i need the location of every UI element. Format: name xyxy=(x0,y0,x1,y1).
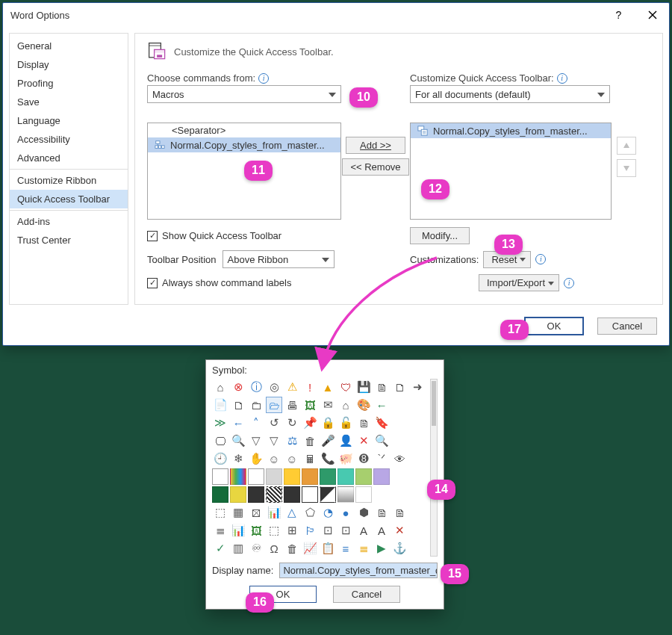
symbol-cell[interactable]: 🏳 xyxy=(302,522,318,539)
symbol-cell[interactable] xyxy=(230,486,246,503)
symbol-cell[interactable]: `ᐟ xyxy=(373,450,390,467)
symbol-cell[interactable]: 🐖 xyxy=(337,450,354,467)
symbol-cell[interactable] xyxy=(230,468,246,485)
symbol-cell[interactable]: ⊡ xyxy=(337,522,354,539)
symbol-cell[interactable]: △ xyxy=(284,504,300,521)
symbol-cell[interactable]: 💾 xyxy=(355,379,372,395)
symbol-cell[interactable]: ˄ xyxy=(248,415,264,431)
info-icon[interactable]: i xyxy=(258,73,269,84)
always-labels-checkbox[interactable] xyxy=(147,278,158,288)
choose-commands-dropdown[interactable]: Macros xyxy=(147,85,341,103)
symbol-cell[interactable]: 🗎 xyxy=(373,504,390,521)
add-button[interactable]: Add >> xyxy=(346,137,405,154)
symbol-cell[interactable]: ⌂ xyxy=(212,379,228,395)
symbol-cell[interactable]: ☺ xyxy=(284,450,300,467)
symbol-cell[interactable]: ❄ xyxy=(230,450,246,467)
symbol-cell[interactable] xyxy=(302,486,318,503)
symbol-cell[interactable]: ← xyxy=(373,397,390,413)
symbol-cell[interactable]: ↻ xyxy=(284,415,300,431)
help-icon[interactable]: ? xyxy=(602,3,635,27)
sidebar-item-save[interactable]: Save xyxy=(10,93,128,111)
symbol-cell[interactable] xyxy=(212,468,228,485)
symbol-cell[interactable]: 🗁 xyxy=(266,397,282,413)
symbol-cell[interactable]: 🔍 xyxy=(373,433,390,449)
symbol-cell[interactable]: 🔓 xyxy=(337,415,354,431)
symbol-cell[interactable]: 🗎 xyxy=(355,415,372,431)
symbol-cell[interactable]: ⚖ xyxy=(284,433,300,449)
remove-button[interactable]: << Remove xyxy=(342,158,408,176)
close-icon[interactable] xyxy=(635,3,669,27)
symbol-cell[interactable]: ▲ xyxy=(320,379,336,395)
symbol-cell[interactable]: ✋ xyxy=(248,450,264,467)
symbol-grid[interactable]: ⌂⊗ⓘ◎⚠!▲🛡💾🗎🗋➜📄🗋🗀🗁🖶🖼✉⌂🎨←≫←˄↺↻📌🔒🔓🗎🔖🖵🔍▽▽⚖🗑🎤👤… xyxy=(212,379,426,557)
symbol-cell[interactable]: 📄 xyxy=(212,397,228,413)
symbol-cell[interactable]: ⬢ xyxy=(355,504,372,521)
sidebar-item-proofing[interactable]: Proofing xyxy=(10,74,128,93)
sidebar-item-accessibility[interactable]: Accessibility xyxy=(10,130,128,149)
symbol-cell[interactable]: 📊 xyxy=(266,504,282,521)
symbol-cell[interactable]: ⓘ xyxy=(248,379,264,395)
separator-item[interactable]: <Separator> xyxy=(148,123,340,137)
symbol-cell[interactable] xyxy=(248,486,264,503)
symbol-cell[interactable]: ▦ xyxy=(230,504,246,521)
import-export-dropdown[interactable]: Import/Export xyxy=(479,274,559,291)
move-down-button[interactable] xyxy=(617,159,636,177)
symbol-cell[interactable]: ◎ xyxy=(266,379,282,395)
symbol-cell[interactable] xyxy=(373,468,390,485)
symbol-cell[interactable]: ⊗ xyxy=(230,379,246,395)
symbol-cell[interactable]: 📞 xyxy=(320,450,336,467)
symbol-cell[interactable] xyxy=(302,468,318,485)
symbol-cell[interactable] xyxy=(337,468,354,485)
symbol-cell[interactable]: ▽ xyxy=(248,433,264,449)
symbol-cell[interactable]: 🖼 xyxy=(302,397,318,413)
symbol-cell[interactable]: ➜ xyxy=(409,379,426,395)
symbol-cell[interactable]: ↺ xyxy=(266,415,282,431)
symbol-cell[interactable]: 🔍 xyxy=(230,433,246,449)
symbol-cell[interactable]: 🛡 xyxy=(337,379,354,395)
sidebar-item-general[interactable]: General xyxy=(10,37,128,55)
symbol-cell[interactable] xyxy=(284,486,300,503)
symbol-scrollbar[interactable] xyxy=(430,379,438,557)
symbol-cell[interactable]: ⊡ xyxy=(320,522,336,539)
symbol-cell[interactable]: ⌂ xyxy=(337,397,354,413)
symbol-cell[interactable]: 👁 xyxy=(391,450,408,467)
sidebar-item-display[interactable]: Display xyxy=(10,55,128,74)
symbol-cell[interactable] xyxy=(212,486,228,503)
symbol-cell[interactable]: 🖶 xyxy=(284,397,300,413)
qat-listbox[interactable]: Normal.Copy_styles_from_master... xyxy=(410,123,612,220)
symbol-cell[interactable] xyxy=(284,468,300,485)
symbol-cell[interactable]: ▥ xyxy=(230,540,246,557)
symbol-cell[interactable]: ⬚ xyxy=(212,504,228,521)
symbol-cell[interactable]: ! xyxy=(302,379,318,395)
symbol-cell[interactable]: ▽ xyxy=(266,433,282,449)
symbol-cell[interactable]: ● xyxy=(337,504,354,521)
symbol-cell[interactable] xyxy=(320,486,336,503)
symbol-cell[interactable]: ⊞ xyxy=(284,522,300,539)
symbol-cell[interactable]: ⚓ xyxy=(391,540,408,557)
symbol-cell[interactable]: 📊 xyxy=(230,522,246,539)
symbol-cell[interactable]: ♾ xyxy=(248,540,264,557)
info-icon[interactable]: i xyxy=(557,73,567,84)
list-item[interactable]: Normal.Copy_styles_from_master... xyxy=(411,123,611,138)
symbol-cell[interactable]: 🗑 xyxy=(284,540,300,557)
symbol-cell[interactable]: 🕘 xyxy=(212,450,228,467)
sidebar-item-trust-center[interactable]: Trust Center xyxy=(10,231,128,250)
ok-button[interactable]: OK xyxy=(524,317,584,335)
symbol-cell[interactable]: ≫ xyxy=(212,415,228,431)
symbol-cell[interactable]: 📋 xyxy=(320,540,336,557)
symbol-cell[interactable]: 🗎 xyxy=(373,379,390,395)
symbol-cell[interactable]: 🗀 xyxy=(248,397,264,413)
symbol-cell[interactable]: 🔖 xyxy=(373,415,390,431)
symbol-cell[interactable]: 🗑 xyxy=(302,433,318,449)
sidebar-item-customize-ribbon[interactable]: Customize Ribbon xyxy=(10,169,128,190)
cancel-button[interactable]: Cancel xyxy=(597,318,657,335)
symbol-cell[interactable]: ⚠ xyxy=(284,379,300,395)
modify-button[interactable]: Modify... xyxy=(410,227,470,244)
symbol-cell[interactable] xyxy=(355,486,372,503)
symbol-cell[interactable]: 📌 xyxy=(302,415,318,431)
scrollbar-thumb[interactable] xyxy=(432,381,436,426)
symbol-cell[interactable] xyxy=(266,468,282,485)
toolbar-position-dropdown[interactable]: Above Ribbon xyxy=(223,250,335,268)
symbol-cell[interactable]: 🎨 xyxy=(355,397,372,413)
symbol-cell[interactable]: ← xyxy=(230,415,246,431)
